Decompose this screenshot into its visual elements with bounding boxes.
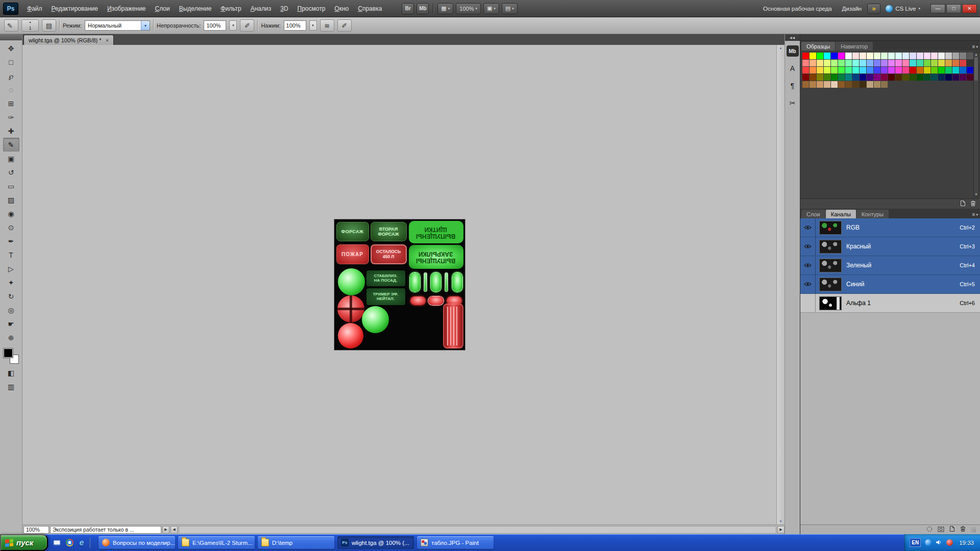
color-swatch[interactable] — [952, 60, 959, 66]
color-swatch[interactable] — [960, 53, 966, 59]
3d-rotate-tool[interactable]: ↻ — [3, 289, 19, 303]
color-swatch[interactable] — [874, 67, 880, 73]
type-tool[interactable]: T — [3, 248, 19, 262]
mini-bridge-panel-icon[interactable]: Mb — [787, 45, 799, 57]
color-swatch[interactable] — [852, 67, 859, 73]
color-swatch[interactable] — [838, 74, 845, 81]
menu-item[interactable]: Справка — [353, 1, 386, 17]
color-swatch[interactable] — [860, 60, 866, 66]
visibility-toggle[interactable] — [800, 237, 816, 256]
delete-swatch-icon[interactable] — [970, 199, 976, 209]
color-swatch[interactable] — [945, 53, 952, 59]
menu-item[interactable]: Файл — [22, 1, 47, 17]
color-swatch[interactable] — [867, 74, 873, 81]
panel-menu-button[interactable]: ≡ ▾ — [972, 212, 978, 218]
crop-tool[interactable]: ⊞ — [3, 96, 19, 110]
start-button[interactable]: пуск — [0, 534, 48, 551]
panel-resize-grip[interactable] — [971, 527, 976, 532]
flow-slider-button[interactable]: ▾ — [309, 20, 317, 31]
color-swatch[interactable] — [860, 53, 866, 59]
language-indicator[interactable]: EN — [910, 538, 921, 547]
color-swatch[interactable] — [860, 81, 866, 88]
color-swatch[interactable] — [910, 74, 916, 81]
color-swatch[interactable] — [867, 60, 873, 66]
foreground-color-swatch[interactable] — [4, 348, 13, 358]
color-swatch[interactable] — [867, 53, 873, 59]
taskbar-task[interactable]: D:\temp — [258, 536, 334, 549]
color-swatch[interactable] — [867, 67, 873, 73]
color-swatch[interactable] — [817, 81, 823, 88]
minimize-button[interactable]: — — [930, 4, 945, 13]
arrange-documents-button[interactable]: ▣ ▾ — [483, 3, 499, 14]
document-tab[interactable]: wlight.tga @ 100% (RGB/8) * × — [23, 35, 114, 45]
history-brush-tool[interactable]: ↺ — [3, 165, 19, 179]
toggle-brush-panel-button[interactable]: ▤ — [42, 19, 56, 32]
workspace-design-button[interactable]: Дизайн — [838, 6, 867, 12]
character-panel-icon[interactable]: A — [787, 63, 799, 74]
eyedropper-tool[interactable]: ✑ — [3, 110, 19, 124]
taskbar-task[interactable]: Вопросы по моделир... — [99, 536, 175, 549]
panel-tab[interactable]: Слои — [801, 210, 825, 218]
collapse-dock-button[interactable]: ◀◀ — [785, 34, 800, 41]
color-swatch[interactable] — [952, 67, 959, 73]
restore-button[interactable]: □ — [946, 4, 961, 13]
chrome-icon[interactable] — [65, 538, 74, 547]
color-swatch[interactable] — [924, 60, 930, 66]
menu-item[interactable]: Окно — [330, 1, 353, 17]
horizontal-scrollbar[interactable] — [179, 526, 776, 534]
color-swatch[interactable] — [881, 53, 888, 59]
load-selection-icon[interactable] — [926, 525, 933, 534]
color-swatch[interactable] — [881, 81, 888, 88]
color-swatch[interactable] — [888, 60, 895, 66]
color-swatch[interactable] — [960, 67, 966, 73]
color-swatch[interactable] — [831, 60, 838, 66]
status-options-button[interactable]: ▶ — [162, 526, 169, 534]
color-swatch[interactable] — [881, 74, 888, 81]
channel-row[interactable]: Синий Ctrl+5 — [800, 275, 980, 294]
color-swatch[interactable] — [888, 53, 895, 59]
scroll-up-icon[interactable]: ▲ — [975, 53, 978, 56]
color-swatch[interactable] — [817, 60, 823, 66]
blur-tool[interactable]: ◉ — [3, 207, 19, 220]
menu-item[interactable]: Слои — [151, 1, 175, 17]
color-swatch[interactable] — [810, 60, 816, 66]
color-swatch[interactable] — [931, 67, 938, 73]
quick-selection-tool[interactable]: ◌ — [3, 83, 19, 96]
color-swatch[interactable] — [931, 53, 938, 59]
hand-tool[interactable]: ☛ — [3, 317, 19, 331]
visibility-toggle[interactable] — [800, 294, 816, 312]
color-swatch[interactable] — [960, 74, 966, 81]
color-swatch[interactable] — [888, 67, 895, 73]
blend-mode-select[interactable]: Нормальный ▼ — [85, 20, 150, 31]
opacity-slider-button[interactable]: ▾ — [229, 20, 237, 31]
scrollbar-thumb[interactable] — [974, 57, 978, 81]
color-swatch[interactable] — [895, 74, 902, 81]
color-swatch[interactable] — [831, 81, 838, 88]
color-swatch[interactable] — [824, 67, 830, 73]
color-swatch[interactable] — [824, 74, 830, 81]
color-swatch[interactable] — [881, 60, 888, 66]
color-swatch[interactable] — [817, 67, 823, 73]
visibility-toggle[interactable] — [800, 256, 816, 274]
color-swatch[interactable] — [874, 53, 880, 59]
color-swatch[interactable] — [967, 60, 973, 66]
color-swatch[interactable] — [960, 60, 966, 66]
color-swatch[interactable] — [802, 74, 809, 81]
workspace-expand-button[interactable]: » — [867, 4, 880, 14]
canvas[interactable]: ФОРСАЖ ВТОРАЯ ФОРСАЖ ВЫПУЩЕНЫ ЩИТКИ — [22, 45, 776, 524]
clone-stamp-tool[interactable]: ▣ — [3, 152, 19, 165]
color-swatch[interactable] — [802, 81, 809, 88]
color-swatch[interactable] — [874, 60, 880, 66]
gradient-tool[interactable]: ▨ — [3, 193, 19, 207]
color-swatch[interactable] — [852, 60, 859, 66]
panel-tab[interactable]: Контуры — [856, 210, 889, 218]
scroll-down-icon[interactable]: ▼ — [779, 520, 782, 523]
color-swatch[interactable] — [938, 53, 945, 59]
flow-input[interactable]: 100% — [284, 20, 306, 31]
color-swatch[interactable] — [838, 53, 845, 59]
airbrush-button[interactable]: ≋ — [320, 19, 334, 32]
eraser-tool[interactable]: ▭ — [3, 179, 19, 193]
channel-row[interactable]: RGB Ctrl+2 — [800, 218, 980, 237]
color-swatch[interactable] — [817, 53, 823, 59]
scroll-left-icon[interactable]: ◀ — [170, 526, 178, 534]
